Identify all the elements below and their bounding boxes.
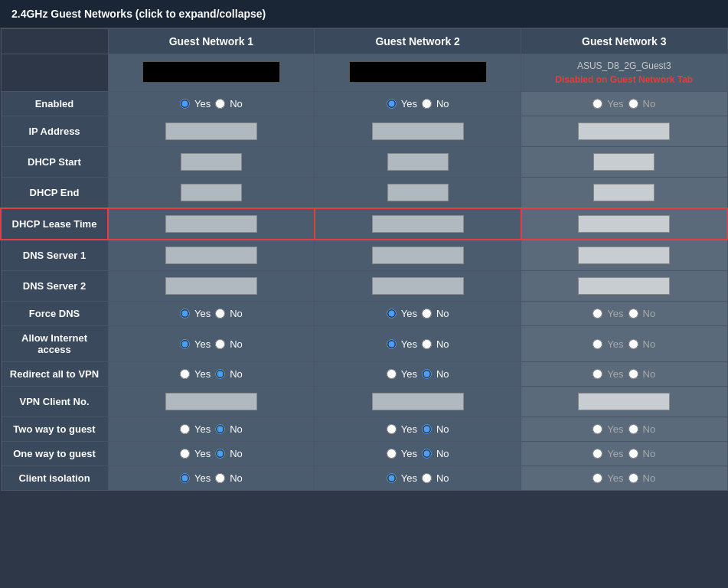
gn2-dhcp-lease-input[interactable]: 86400 (372, 215, 464, 233)
gn1-enabled-no[interactable] (215, 99, 225, 109)
gn3-force-dns-radio: Yes No (529, 308, 720, 319)
gn2-vpn-client: 1 (315, 387, 521, 417)
gn3-dhcp-start-input[interactable]: 2 (593, 153, 655, 171)
gn3-one-way-no[interactable] (628, 449, 638, 459)
gn2-dhcp-end-input[interactable]: 62 (387, 184, 449, 201)
gn1-force-dns-no[interactable] (215, 309, 225, 318)
gn3-redirect-vpn-yes[interactable] (593, 369, 602, 379)
gn2-dns1-input[interactable]: 9.9.9.9 (372, 247, 464, 264)
gn1-dhcp-lease-input[interactable]: 172800 (165, 215, 257, 233)
gn2-force-dns-yes-label: Yes (401, 308, 417, 319)
gn1-force-dns-yes[interactable] (180, 309, 190, 318)
gn1-ip-input[interactable]: 172.26.122.0 (165, 122, 257, 140)
gn2-client-isolation-yes[interactable] (387, 473, 397, 483)
gn3-force-dns-yes[interactable] (593, 309, 602, 318)
gn2-vpn-client-input[interactable]: 1 (372, 393, 464, 410)
row-redirect-vpn: Redirect all to VPN Yes No Yes No Yes (1, 362, 727, 387)
gn2-allow-internet-no[interactable] (422, 339, 432, 349)
row-force-dns: Force DNS Yes No Yes No Yes (1, 302, 727, 326)
gn3-client-isolation-yes[interactable] (593, 473, 602, 483)
gn2-enabled-yes[interactable] (387, 99, 397, 109)
gn3-force-dns-yes-label: Yes (607, 308, 623, 319)
label-ip: IP Address (1, 116, 108, 147)
gn3-allow-internet-radio: Yes No (529, 338, 720, 350)
gn1-enabled-no-label: No (230, 98, 243, 109)
gn2-ip-input[interactable]: 172.26.133.0 (372, 122, 464, 140)
gn3-client-isolation-no[interactable] (628, 473, 638, 483)
gn3-info-cell: ASUS_D8_2G_Guest3 Disabled on Guest Netw… (521, 54, 728, 92)
gn2-redirect-vpn-yes[interactable] (387, 369, 397, 379)
gn2-dhcp-lease: 86400 (315, 208, 521, 240)
gn3-dhcp-lease-input[interactable]: 86400 (578, 215, 670, 233)
section-header[interactable]: 2.4GHz Guest Networks (click to expand/c… (0, 0, 728, 28)
gn2-client-isolation-no[interactable] (422, 473, 432, 483)
gn1-force-dns-yes-label: Yes (194, 308, 211, 319)
gn3-allow-internet-yes[interactable] (593, 339, 602, 349)
col-gn3: Guest Network 3 (521, 29, 728, 54)
gn2-ssid-cell (315, 54, 521, 92)
gn1-two-way-yes[interactable] (180, 424, 190, 434)
gn1-one-way-no[interactable] (215, 449, 225, 459)
gn2-force-dns-no[interactable] (422, 309, 432, 318)
gn2-one-way-no[interactable] (422, 449, 432, 459)
gn1-two-way-no[interactable] (215, 424, 225, 434)
gn2-allow-internet-yes[interactable] (387, 339, 397, 349)
gn2-two-way-yes[interactable] (387, 424, 397, 434)
gn1-dhcp-end-input[interactable]: 62 (181, 184, 242, 201)
row-vpn-client: VPN Client No. 1 1 1 (1, 387, 727, 417)
gn2-redirect-vpn-no[interactable] (422, 369, 432, 379)
gn3-redirect-vpn-no[interactable] (628, 369, 638, 379)
gn2-force-dns-yes[interactable] (387, 309, 397, 318)
gn2-force-dns-radio: Yes No (322, 308, 513, 319)
gn3-dns2-input[interactable]: 1.1.1.2 (578, 277, 670, 295)
gn3-dhcp-end-input[interactable]: 14 (593, 184, 655, 201)
gn2-ssid-box (349, 61, 487, 83)
gn1-dns1-input[interactable]: 9.9.9.9 (165, 247, 257, 264)
gn2-enabled-no[interactable] (422, 99, 432, 109)
gn1-dhcp-lease: 172800 (108, 208, 315, 240)
gn3-status-text: Disabled on Guest Network Tab (529, 74, 720, 85)
gn3-two-way-yes[interactable] (593, 424, 602, 434)
gn3-redirect-vpn-yes-label: Yes (607, 368, 623, 380)
gn2-dhcp-start-input[interactable]: 2 (387, 153, 449, 171)
gn3-ip-input[interactable]: 172.26.144.0 (578, 122, 670, 140)
gn2-client-isolation-no-label: No (436, 472, 449, 484)
gn1-one-way-radio: Yes No (116, 448, 307, 459)
gn1-enabled-yes[interactable] (180, 99, 190, 109)
gn2-dns2-input[interactable]: 1.1.1.2 (372, 277, 464, 295)
gn3-allow-internet-no[interactable] (628, 339, 638, 349)
gn1-one-way-yes[interactable] (180, 449, 190, 459)
gn1-redirect-vpn-yes[interactable] (180, 369, 190, 379)
gn1-client-isolation-yes-label: Yes (194, 472, 211, 484)
gn2-ip: 172.26.133.0 (315, 116, 521, 147)
gn3-enabled-yes-label: Yes (607, 98, 623, 109)
col-gn2: Guest Network 2 (315, 29, 521, 54)
gn2-one-way-yes[interactable] (387, 449, 397, 459)
gn1-vpn-client-input[interactable]: 1 (165, 393, 257, 410)
gn1-dns2-input[interactable]: 1.1.1.2 (165, 277, 257, 295)
gn1-ssid-box (142, 61, 280, 83)
gn1-client-isolation-no-label: No (230, 472, 243, 484)
gn3-one-way-yes[interactable] (593, 449, 602, 459)
gn3-force-dns-no[interactable] (628, 309, 638, 318)
label-force-dns: Force DNS (1, 302, 108, 326)
gn3-two-way-no[interactable] (628, 424, 638, 434)
gn3-dns1-input[interactable]: 9.9.9.9 (578, 247, 670, 264)
gn3-two-way-radio: Yes No (529, 423, 720, 435)
gn3-enabled-yes[interactable] (593, 99, 602, 109)
gn1-dhcp-start-input[interactable]: 2 (181, 153, 242, 171)
gn1-client-isolation-radio: Yes No (116, 472, 307, 484)
gn1-enabled-yes-label: Yes (194, 98, 211, 109)
gn1-allow-internet-yes[interactable] (180, 339, 190, 349)
gn1-redirect-vpn-no[interactable] (215, 369, 225, 379)
gn3-enabled-no[interactable] (628, 99, 638, 109)
gn3-client-isolation-no-label: No (643, 472, 656, 484)
gn2-two-way-no[interactable] (422, 424, 432, 434)
col-label (1, 29, 108, 54)
label-one-way: One way to guest (1, 442, 108, 466)
gn3-vpn-client-input[interactable]: 1 (578, 393, 670, 410)
gn1-allow-internet-no[interactable] (215, 339, 225, 349)
gn1-client-isolation-yes[interactable] (180, 473, 190, 483)
gn1-client-isolation-no[interactable] (215, 473, 225, 483)
gn3-enabled-radio: Yes No (529, 98, 720, 109)
